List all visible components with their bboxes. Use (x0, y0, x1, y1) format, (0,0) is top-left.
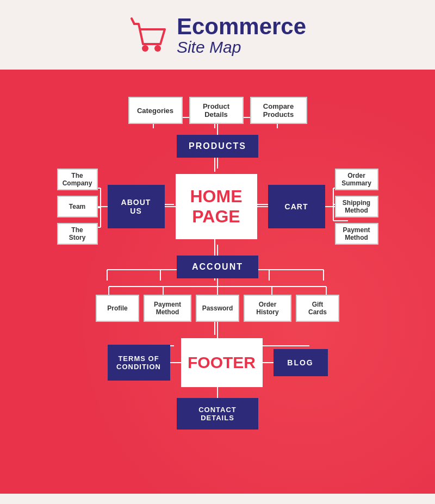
contact-details-node: CONTACT DETAILS (177, 398, 258, 430)
cart-node: CART (268, 185, 325, 228)
profile-node: Profile (96, 295, 139, 322)
account-children-row: Profile Payment Method Password Order Hi… (96, 295, 339, 322)
svg-point-1 (154, 45, 161, 52)
compare-products-node: Compare Products (250, 97, 307, 124)
line-footer-to-contact (217, 387, 218, 398)
payment-method-account-node: Payment Method (144, 295, 191, 322)
footer-node: FOOTER (181, 338, 263, 387)
account-branch-lines (95, 278, 340, 295)
shipping-method-node: Shipping Method (335, 196, 378, 217)
line-footer-to-blog (263, 362, 274, 363)
payment-method-cart-node: Payment Method (335, 223, 378, 245)
header-subtitle: Site Map (177, 38, 241, 57)
about-children: The Company Team The Story (57, 169, 98, 245)
line-top-to-products (217, 124, 218, 135)
line-to-about (98, 206, 108, 207)
line-account-to-footer (217, 322, 218, 338)
about-us-group: The Company Team The Story ABOUT US (57, 169, 176, 245)
line-about-to-home (165, 206, 176, 207)
page-header: Ecommerce Site Map (0, 0, 435, 70)
cart-group: CART Order Summary Shipping Method Payme… (257, 169, 378, 245)
header-title: Ecommerce (177, 15, 306, 38)
blog-node: BLOG (274, 349, 328, 376)
line-home-to-account (217, 245, 218, 256)
product-details-node: Product Details (189, 97, 244, 124)
account-node: ACCOUNT (177, 256, 258, 278)
home-page-node: HOME PAGE (176, 174, 257, 239)
password-node: Password (196, 295, 239, 322)
the-story-node: The Story (57, 223, 98, 245)
team-node: Team (57, 196, 98, 217)
footer-section: TERMS OF CONDITION FOOTER BLOG (108, 338, 328, 387)
top-nodes-row: Categories Product Details Compare Produ… (128, 97, 307, 124)
cart-icon (129, 16, 167, 57)
about-us-node: ABOUT US (108, 185, 165, 228)
account-branch-svg (95, 278, 340, 295)
gift-cards-node: Gift Cards (296, 295, 339, 322)
the-company-node: The Company (57, 169, 98, 190)
header-text: Ecommerce Site Map (177, 15, 306, 57)
terms-of-condition-node: TERMS OF CONDITION (108, 345, 170, 381)
order-history-node: Order History (244, 295, 291, 322)
line-terms-to-footer (170, 362, 181, 363)
order-summary-node: Order Summary (335, 169, 378, 190)
products-node: PRODUCTS (177, 135, 258, 158)
products-connector: PRODUCTS (177, 124, 258, 169)
sitemap-diagram: Categories Product Details Compare Produ… (0, 70, 435, 494)
cart-children: Order Summary Shipping Method Payment Me… (335, 169, 378, 245)
middle-section: The Company Team The Story ABOUT US HOME… (0, 169, 435, 245)
line-products-to-home (217, 158, 218, 169)
svg-point-0 (142, 45, 148, 52)
line-cart-to-children (325, 206, 335, 207)
line-home-to-cart (257, 206, 268, 207)
categories-node: Categories (128, 97, 183, 124)
